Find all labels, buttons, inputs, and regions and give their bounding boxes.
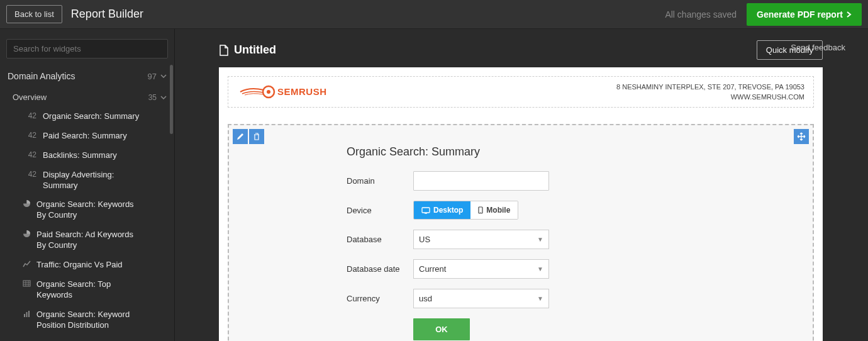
back-to-list-button[interactable]: Back to list [6, 5, 62, 23]
content-area: Send feedback Untitled Quick modify [175, 29, 868, 341]
widget-config-box: Organic Search: Summary Domain Device [228, 124, 814, 341]
svg-rect-7 [422, 208, 430, 213]
currency-value: usd [419, 294, 432, 303]
database-date-label: Database date [347, 264, 413, 274]
currency-label: Currency [347, 294, 413, 303]
generate-pdf-label: Generate PDF report [757, 9, 843, 20]
widget-label: Organic Search: Keywords By Country [36, 199, 140, 221]
widget-label: Display Advertising: Summary [43, 170, 147, 191]
document-title: Untitled [234, 43, 276, 57]
domain-input[interactable] [413, 171, 549, 191]
widget-label: Traffic: Organic Vs Paid [36, 260, 123, 271]
svg-point-9 [481, 212, 481, 213]
subcategory-label: Overview [13, 92, 47, 102]
sidebar-widget-item[interactable]: 42Backlinks: Summary [0, 146, 174, 165]
widget-label: Backlinks: Summary [43, 150, 117, 161]
widget-label: Paid Search: Ad Keywords By Country [36, 230, 140, 251]
widget-label: Paid Search: Summary [43, 131, 127, 142]
sidebar-widget-item[interactable]: 42Display Advertising: Summary [0, 165, 174, 196]
widget-count: 42 [23, 131, 36, 140]
device-mobile-toggle[interactable]: Mobile [470, 201, 518, 219]
table-chart-icon [23, 279, 31, 288]
pie-chart-icon [23, 199, 31, 208]
ok-button[interactable]: OK [413, 318, 470, 340]
bar-chart-icon [23, 310, 31, 318]
database-date-select[interactable]: Current ▼ [413, 259, 549, 279]
subcategory-count: 35 [148, 93, 157, 102]
sidebar-widget-item[interactable]: Organic Search: Keywords By Country [0, 195, 174, 225]
category-count: 97 [148, 72, 157, 81]
svg-text:SEMRUSH: SEMRUSH [277, 86, 327, 97]
letterhead: SEMRUSH 8 NESHAMINY INTERPLEX, STE 207, … [228, 76, 814, 108]
caret-down-icon: ▼ [537, 236, 543, 243]
widget-count: 42 [23, 111, 36, 120]
delete-widget-button[interactable] [249, 129, 264, 144]
search-input[interactable] [6, 39, 168, 59]
sidebar-widget-item[interactable]: Paid Search: Ad Keywords By Country [0, 225, 174, 255]
svg-point-5 [267, 90, 270, 94]
generate-pdf-button[interactable]: Generate PDF report [747, 3, 862, 26]
semrush-logo: SEMRUSH [237, 84, 338, 100]
line-chart-icon [23, 260, 31, 268]
document-icon [219, 45, 229, 56]
widget-label: Organic Search: Top Keywords [36, 279, 140, 301]
report-page: SEMRUSH 8 NESHAMINY INTERPLEX, STE 207, … [219, 67, 823, 341]
edit-widget-button[interactable] [233, 129, 248, 144]
sidebar: Domain Analytics 97 Overview 35 42Organi… [0, 29, 175, 341]
database-date-value: Current [419, 264, 446, 274]
database-value: US [419, 235, 430, 244]
device-desktop-toggle[interactable]: Desktop [414, 201, 470, 219]
database-select[interactable]: US ▼ [413, 230, 549, 249]
sidebar-widget-item[interactable]: Organic Search: Top Keywords [0, 275, 174, 305]
sidebar-category-domain-analytics[interactable]: Domain Analytics 97 [0, 65, 174, 87]
move-widget-handle[interactable] [794, 129, 809, 144]
device-label: Device [347, 206, 413, 215]
desktop-toggle-label: Desktop [433, 206, 463, 215]
topbar: Back to list Report Builder All changes … [0, 0, 868, 29]
widget-form-title: Organic Search: Summary [347, 145, 661, 159]
widget-count: 42 [23, 150, 36, 159]
database-label: Database [347, 235, 413, 244]
currency-select[interactable]: usd ▼ [413, 289, 549, 308]
sidebar-widget-item[interactable]: Organic Search: Keyword Position Distrib… [0, 305, 174, 335]
mobile-icon [478, 206, 483, 214]
company-address: 8 NESHAMINY INTERPLEX, STE 207, TREVOSE,… [616, 83, 804, 91]
category-label: Domain Analytics [8, 71, 75, 81]
chevron-right-icon [847, 11, 852, 18]
widget-label: Organic Search: Summary [43, 111, 139, 122]
sidebar-widget-item[interactable]: 42Organic Search: Summary [0, 107, 174, 126]
pie-chart-icon [23, 230, 31, 238]
save-status: All changes saved [665, 9, 737, 20]
sidebar-subcategory-overview[interactable]: Overview 35 [0, 87, 174, 107]
scrollbar-thumb[interactable] [170, 65, 173, 134]
sidebar-widget-item[interactable]: 42Paid Search: Summary [0, 126, 174, 146]
mobile-toggle-label: Mobile [486, 206, 510, 215]
sidebar-widget-item[interactable]: Traffic: Organic Vs Paid [0, 255, 174, 275]
chevron-down-icon [160, 74, 167, 78]
svg-rect-2 [26, 312, 28, 317]
chevron-down-icon [160, 96, 167, 99]
domain-label: Domain [347, 176, 413, 186]
svg-rect-0 [23, 281, 30, 286]
company-url: WWW.SEMRUSH.COM [616, 93, 804, 101]
widget-count: 42 [23, 170, 36, 179]
desktop-icon [421, 207, 430, 214]
svg-rect-3 [28, 311, 30, 317]
send-feedback-link[interactable]: Send feedback [791, 43, 845, 52]
caret-down-icon: ▼ [537, 295, 543, 302]
caret-down-icon: ▼ [537, 266, 543, 272]
svg-rect-1 [24, 314, 25, 317]
page-title: Report Builder [71, 8, 143, 21]
widget-label: Organic Search: Keyword Position Distrib… [36, 310, 140, 331]
